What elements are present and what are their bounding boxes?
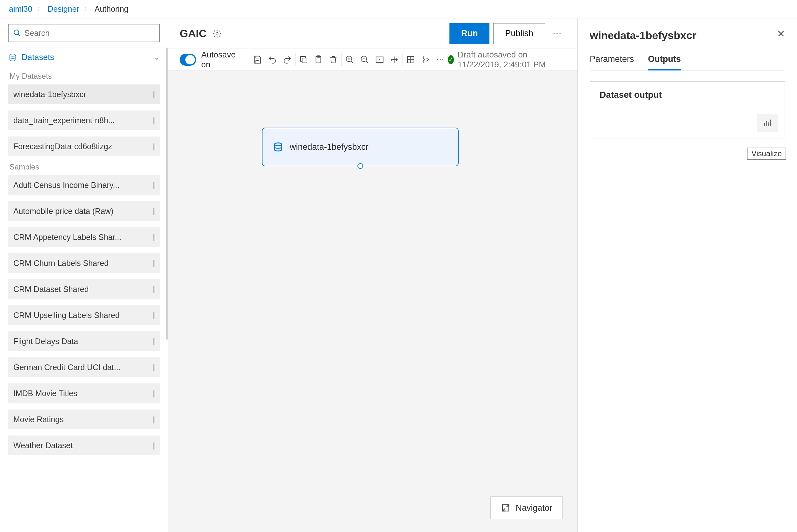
palette-item[interactable]: CRM Dataset Shared|| [8,279,160,299]
palette-item[interactable]: IMDB Movie Titles|| [8,383,160,403]
svg-rect-4 [302,58,307,63]
pipeline-canvas[interactable]: winedata-1befysbxcr Navigator [168,71,577,532]
node-label: winedata-1befysbxcr [290,142,368,152]
navigator-button[interactable]: Navigator [490,496,563,519]
breadcrumb-workspace[interactable]: aiml30 [9,4,32,14]
pipeline-title: GAIC [179,27,207,40]
drag-handle-icon[interactable]: || [153,233,155,242]
paste-icon[interactable] [311,53,326,66]
palette-item[interactable]: German Credit Card UCI dat...|| [8,357,160,377]
search-icon [13,29,21,37]
palette-item[interactable]: Flight Delays Data|| [8,331,160,351]
properties-panel: winedata-1befysbxcr ✕ Parameters Outputs… [577,18,797,532]
output-card-title: Dataset output [600,90,775,100]
palette-item[interactable]: ForecastingData-cd6o8tizgz|| [8,136,160,156]
database-icon [8,53,17,62]
grid-icon[interactable] [403,53,418,66]
scrollbar-thumb[interactable] [166,48,168,340]
bar-chart-icon [763,118,772,128]
palette-item[interactable]: data_train_experiment-n8h...|| [8,111,160,130]
zoom-in-icon[interactable] [342,53,357,66]
node-output-port[interactable] [357,163,363,169]
palette-item[interactable]: Automobile price data (Raw)|| [8,201,160,221]
autosave-toggle[interactable] [179,54,196,66]
palette-item[interactable]: CRM Appetency Labels Shar...|| [8,227,160,247]
drag-handle-icon[interactable]: || [153,116,155,125]
chevron-right-icon: 〉 [37,5,43,13]
palette-item-label: CRM Dataset Shared [13,285,91,294]
visualize-tooltip: Visualize [747,148,786,160]
palette-item[interactable]: winedata-1befysbxcr|| [8,84,160,104]
palette-item[interactable]: CRM Churn Labels Shared|| [8,253,160,273]
drag-handle-icon[interactable]: || [153,363,155,372]
palette-item-label: IMDB Movie Titles [13,389,80,398]
drag-handle-icon[interactable]: || [153,259,155,268]
visualize-button[interactable] [757,114,778,132]
drag-handle-icon[interactable]: || [153,285,155,293]
navigator-label: Navigator [515,503,552,513]
breadcrumb-current: Authoring [95,4,129,14]
breadcrumb: aiml30 〉 Designer 〉 Authoring [0,0,797,18]
toolbar-more-icon[interactable]: ⋯ [433,53,448,66]
actual-size-icon[interactable] [387,53,402,66]
expand-icon [501,503,510,513]
more-actions-icon[interactable]: ⋯ [549,28,566,39]
copy-icon[interactable] [296,53,311,66]
drag-handle-icon[interactable]: || [153,142,155,151]
svg-line-1 [18,34,20,36]
search-field[interactable] [24,28,155,38]
dataset-output-card: Dataset output Visualize [590,81,785,138]
fit-screen-icon[interactable] [372,53,387,66]
close-icon[interactable]: ✕ [777,29,785,39]
drag-handle-icon[interactable]: || [153,207,155,215]
auto-layout-icon[interactable] [418,53,433,66]
svg-line-12 [366,61,368,63]
drag-handle-icon[interactable]: || [153,337,155,346]
search-input[interactable] [8,24,160,42]
properties-title: winedata-1befysbxcr [590,29,696,42]
autosave-label: Autosave on [201,50,235,70]
palette-item-label: winedata-1befysbxcr [13,90,89,99]
palette-list[interactable]: My Datasetswinedata-1befysbxcr||data_tra… [0,66,168,532]
svg-point-3 [216,32,219,35]
palette-item[interactable]: Weather Dataset|| [8,436,160,455]
redo-icon[interactable] [280,53,295,66]
palette-item-label: German Credit Card UCI dat... [13,363,123,372]
palette-item-label: Flight Delays Data [13,337,81,346]
autosave-status: ✓ Draft autosaved on 11/22/2019, 2:49:01… [448,50,566,70]
datasets-section-toggle[interactable]: Datasets ⌄ [0,48,168,66]
properties-tabs: Parameters Outputs [590,54,785,71]
drag-handle-icon[interactable]: || [153,415,155,424]
tab-outputs[interactable]: Outputs [648,54,681,71]
svg-line-8 [351,61,354,63]
publish-button[interactable]: Publish [493,23,545,44]
run-button[interactable]: Run [450,23,490,44]
palette-item[interactable]: CRM Upselling Labels Shared|| [8,305,160,325]
pipeline-node-dataset[interactable]: winedata-1befysbxcr [262,128,459,166]
database-icon [273,141,283,152]
svg-point-2 [10,54,16,56]
drag-handle-icon[interactable]: || [153,389,155,398]
tab-parameters[interactable]: Parameters [590,54,634,71]
drag-handle-icon[interactable]: || [153,90,155,99]
gear-icon[interactable] [212,29,222,38]
save-icon[interactable] [250,53,265,66]
palette-item[interactable]: Movie Ratings|| [8,410,160,429]
svg-point-0 [14,30,19,35]
drag-handle-icon[interactable]: || [153,311,155,320]
palette-group-label: Samples [10,163,160,171]
palette-item[interactable]: Adult Census Income Binary...|| [8,175,160,195]
zoom-out-icon[interactable] [357,53,372,66]
datasets-section-label: Datasets [22,52,54,62]
delete-icon[interactable] [326,53,341,66]
palette-item-label: Movie Ratings [13,415,66,424]
drag-handle-icon[interactable]: || [153,180,155,190]
undo-icon[interactable] [265,53,280,66]
success-icon: ✓ [448,55,454,64]
workspace: GAIC Run Publish ⋯ Autosave on [168,18,577,532]
asset-palette: Datasets ⌄ My Datasetswinedata-1befysbxc… [0,18,168,532]
breadcrumb-designer[interactable]: Designer [48,4,79,14]
drag-handle-icon[interactable]: || [153,441,155,450]
palette-item-label: CRM Upselling Labels Shared [13,311,122,320]
palette-item-label: ForecastingData-cd6o8tizgz [13,142,115,151]
